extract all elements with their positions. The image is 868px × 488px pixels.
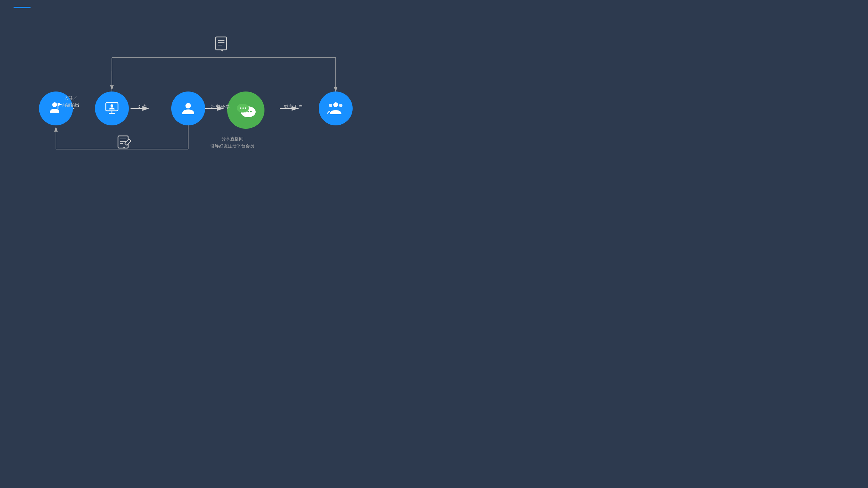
apply-icon [115,134,134,152]
svg-marker-37 [221,50,223,52]
svg-point-21 [185,103,191,108]
svg-point-25 [250,111,252,113]
svg-point-28 [242,107,244,109]
user-node [171,92,205,125]
wechat-node [227,92,264,129]
svg-point-24 [248,111,249,113]
svg-rect-33 [216,37,226,50]
wechat-sub-label: 分享直播间引导好友注册平台会员 [210,136,254,150]
platform-node [95,92,129,125]
user-to-wechat-label: 社交分享 [211,104,230,110]
svg-point-14 [52,102,57,107]
apply-action [115,134,134,156]
svg-marker-44 [123,147,125,148]
platform-to-user-label: 引流 [137,104,147,110]
wechat-icon [234,100,258,120]
svg-point-30 [333,102,338,107]
platform-icon [104,101,119,116]
consumer-icon [327,101,344,116]
broadcaster-to-platform-label: 入驻／内容输出 [62,95,79,108]
order-action [214,36,233,53]
svg-point-27 [240,107,241,109]
svg-point-20 [111,104,113,107]
consumer-node [319,92,353,125]
order-icon [214,36,231,53]
svg-point-29 [245,107,246,109]
user-icon [181,101,196,116]
svg-point-32 [339,104,342,107]
wechat-to-consumer-label: 裂变用户 [283,104,302,110]
svg-point-31 [329,104,332,107]
